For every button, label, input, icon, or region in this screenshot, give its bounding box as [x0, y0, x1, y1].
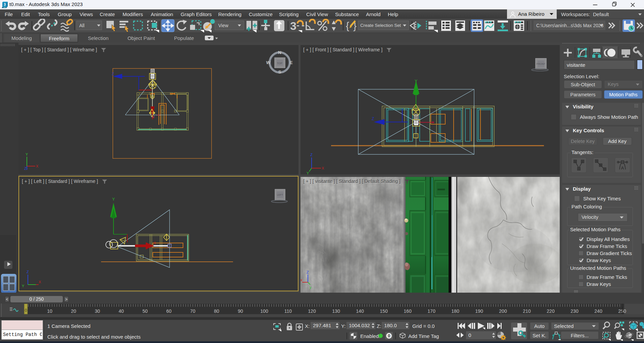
svg-text:Z: Z: [27, 270, 29, 274]
svg-text:30: 30: [95, 308, 100, 314]
svg-text:40: 40: [119, 308, 124, 314]
svg-text:110: 110: [284, 308, 292, 314]
svg-text:N: N: [278, 50, 281, 55]
svg-text:10: 10: [47, 308, 52, 314]
svg-text:y: y: [310, 285, 312, 289]
svg-text:MAX: MAX: [3, 6, 6, 8]
svg-text:200: 200: [499, 308, 507, 314]
svg-text:240: 240: [594, 308, 602, 314]
svg-text:Z: Z: [307, 270, 309, 274]
svg-text:Y: Y: [415, 79, 417, 84]
svg-text:Create Selection Set: Create Selection Set: [360, 23, 401, 28]
svg-text:FRONT: FRONT: [537, 62, 545, 65]
svg-text:E: E: [290, 60, 293, 65]
svg-text:A: A: [621, 165, 624, 170]
svg-text:230: 230: [570, 308, 579, 314]
svg-text:50: 50: [142, 308, 148, 314]
svg-text:140: 140: [356, 308, 364, 314]
svg-text:TOP: TOP: [277, 62, 282, 65]
svg-text:C:\Users\aninh...s\3ds Max 202: C:\Users\aninh...s\3ds Max 2023: [536, 23, 603, 28]
svg-text:3: 3: [4, 2, 6, 6]
svg-text:160: 160: [404, 308, 412, 314]
svg-text:170: 170: [427, 308, 435, 314]
svg-text:0: 0: [25, 308, 27, 313]
svg-text:W: W: [266, 60, 271, 65]
svg-text:{: {: [346, 20, 349, 31]
svg-text:X: X: [36, 164, 39, 168]
svg-text:120: 120: [308, 308, 316, 314]
svg-text:60: 60: [166, 308, 172, 314]
svg-text:Z: Z: [24, 166, 27, 170]
svg-text:100: 100: [260, 308, 268, 314]
svg-text:S: S: [278, 69, 281, 75]
svg-text:70: 70: [190, 308, 195, 314]
svg-text:20: 20: [71, 308, 76, 314]
svg-text:Y: Y: [307, 171, 309, 175]
svg-text:Y: Y: [26, 152, 28, 156]
svg-text:Z: Z: [372, 116, 374, 121]
svg-text:130: 130: [332, 308, 340, 314]
svg-text:X: X: [39, 280, 41, 284]
svg-text:x: x: [301, 278, 303, 282]
svg-text:80: 80: [214, 308, 219, 314]
svg-text:90: 90: [238, 308, 243, 314]
svg-text:X: X: [322, 166, 324, 170]
svg-text:190: 190: [475, 308, 483, 314]
svg-text:All: All: [79, 23, 85, 28]
svg-text:220: 220: [547, 308, 555, 314]
svg-text:Z: Z: [310, 153, 313, 157]
svg-text:3: 3: [290, 19, 296, 32]
svg-text:X: X: [153, 241, 156, 245]
svg-text:Y: Y: [112, 197, 115, 202]
svg-text:150: 150: [380, 308, 388, 314]
svg-text:210: 210: [523, 308, 531, 314]
svg-text:View: View: [218, 23, 229, 28]
svg-text:Y: Y: [22, 284, 25, 288]
svg-text:180: 180: [451, 308, 459, 314]
svg-text:Z: Z: [112, 72, 114, 76]
svg-text:LEFT: LEFT: [277, 193, 283, 196]
